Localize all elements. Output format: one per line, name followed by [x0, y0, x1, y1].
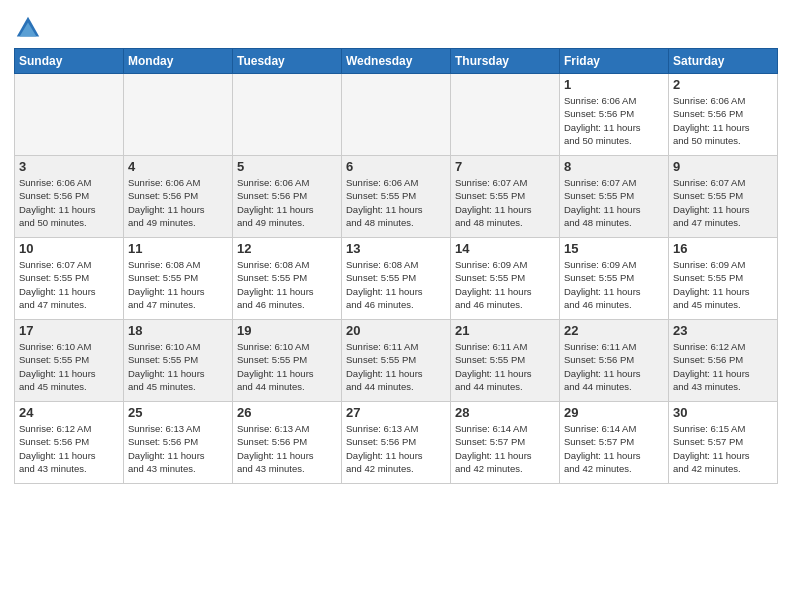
day-info: Sunrise: 6:14 AM Sunset: 5:57 PM Dayligh… [455, 422, 555, 475]
calendar-cell: 9Sunrise: 6:07 AM Sunset: 5:55 PM Daylig… [669, 156, 778, 238]
week-row-4: 17Sunrise: 6:10 AM Sunset: 5:55 PM Dayli… [15, 320, 778, 402]
calendar-cell: 20Sunrise: 6:11 AM Sunset: 5:55 PM Dayli… [342, 320, 451, 402]
weekday-header-wednesday: Wednesday [342, 49, 451, 74]
weekday-header-friday: Friday [560, 49, 669, 74]
day-number: 4 [128, 159, 228, 174]
day-info: Sunrise: 6:06 AM Sunset: 5:56 PM Dayligh… [237, 176, 337, 229]
day-number: 27 [346, 405, 446, 420]
day-number: 1 [564, 77, 664, 92]
calendar-cell [342, 74, 451, 156]
calendar-cell: 12Sunrise: 6:08 AM Sunset: 5:55 PM Dayli… [233, 238, 342, 320]
day-info: Sunrise: 6:13 AM Sunset: 5:56 PM Dayligh… [128, 422, 228, 475]
calendar-cell: 27Sunrise: 6:13 AM Sunset: 5:56 PM Dayli… [342, 402, 451, 484]
week-row-2: 3Sunrise: 6:06 AM Sunset: 5:56 PM Daylig… [15, 156, 778, 238]
day-number: 14 [455, 241, 555, 256]
day-info: Sunrise: 6:10 AM Sunset: 5:55 PM Dayligh… [237, 340, 337, 393]
logo-icon [14, 14, 42, 42]
calendar-cell: 24Sunrise: 6:12 AM Sunset: 5:56 PM Dayli… [15, 402, 124, 484]
day-number: 28 [455, 405, 555, 420]
calendar-cell: 4Sunrise: 6:06 AM Sunset: 5:56 PM Daylig… [124, 156, 233, 238]
calendar-cell: 14Sunrise: 6:09 AM Sunset: 5:55 PM Dayli… [451, 238, 560, 320]
calendar-cell: 26Sunrise: 6:13 AM Sunset: 5:56 PM Dayli… [233, 402, 342, 484]
day-number: 10 [19, 241, 119, 256]
day-number: 8 [564, 159, 664, 174]
day-number: 30 [673, 405, 773, 420]
day-number: 18 [128, 323, 228, 338]
day-number: 6 [346, 159, 446, 174]
day-info: Sunrise: 6:11 AM Sunset: 5:55 PM Dayligh… [346, 340, 446, 393]
day-info: Sunrise: 6:06 AM Sunset: 5:55 PM Dayligh… [346, 176, 446, 229]
calendar-cell: 25Sunrise: 6:13 AM Sunset: 5:56 PM Dayli… [124, 402, 233, 484]
day-info: Sunrise: 6:07 AM Sunset: 5:55 PM Dayligh… [673, 176, 773, 229]
calendar-cell: 3Sunrise: 6:06 AM Sunset: 5:56 PM Daylig… [15, 156, 124, 238]
day-info: Sunrise: 6:14 AM Sunset: 5:57 PM Dayligh… [564, 422, 664, 475]
day-info: Sunrise: 6:09 AM Sunset: 5:55 PM Dayligh… [673, 258, 773, 311]
day-number: 17 [19, 323, 119, 338]
day-number: 16 [673, 241, 773, 256]
day-info: Sunrise: 6:15 AM Sunset: 5:57 PM Dayligh… [673, 422, 773, 475]
calendar-cell: 7Sunrise: 6:07 AM Sunset: 5:55 PM Daylig… [451, 156, 560, 238]
day-number: 22 [564, 323, 664, 338]
day-info: Sunrise: 6:11 AM Sunset: 5:55 PM Dayligh… [455, 340, 555, 393]
header [14, 10, 778, 42]
week-row-3: 10Sunrise: 6:07 AM Sunset: 5:55 PM Dayli… [15, 238, 778, 320]
day-number: 19 [237, 323, 337, 338]
day-number: 3 [19, 159, 119, 174]
calendar-cell: 15Sunrise: 6:09 AM Sunset: 5:55 PM Dayli… [560, 238, 669, 320]
day-number: 25 [128, 405, 228, 420]
day-info: Sunrise: 6:11 AM Sunset: 5:56 PM Dayligh… [564, 340, 664, 393]
weekday-header-thursday: Thursday [451, 49, 560, 74]
day-info: Sunrise: 6:12 AM Sunset: 5:56 PM Dayligh… [19, 422, 119, 475]
day-number: 12 [237, 241, 337, 256]
day-info: Sunrise: 6:06 AM Sunset: 5:56 PM Dayligh… [128, 176, 228, 229]
day-info: Sunrise: 6:06 AM Sunset: 5:56 PM Dayligh… [673, 94, 773, 147]
calendar-cell: 5Sunrise: 6:06 AM Sunset: 5:56 PM Daylig… [233, 156, 342, 238]
day-info: Sunrise: 6:10 AM Sunset: 5:55 PM Dayligh… [19, 340, 119, 393]
calendar-header: SundayMondayTuesdayWednesdayThursdayFrid… [15, 49, 778, 74]
calendar-cell: 16Sunrise: 6:09 AM Sunset: 5:55 PM Dayli… [669, 238, 778, 320]
week-row-1: 1Sunrise: 6:06 AM Sunset: 5:56 PM Daylig… [15, 74, 778, 156]
calendar-cell: 1Sunrise: 6:06 AM Sunset: 5:56 PM Daylig… [560, 74, 669, 156]
day-info: Sunrise: 6:07 AM Sunset: 5:55 PM Dayligh… [19, 258, 119, 311]
day-info: Sunrise: 6:06 AM Sunset: 5:56 PM Dayligh… [564, 94, 664, 147]
calendar-body: 1Sunrise: 6:06 AM Sunset: 5:56 PM Daylig… [15, 74, 778, 484]
calendar-cell: 13Sunrise: 6:08 AM Sunset: 5:55 PM Dayli… [342, 238, 451, 320]
day-number: 9 [673, 159, 773, 174]
day-info: Sunrise: 6:08 AM Sunset: 5:55 PM Dayligh… [128, 258, 228, 311]
day-info: Sunrise: 6:13 AM Sunset: 5:56 PM Dayligh… [346, 422, 446, 475]
calendar-cell: 17Sunrise: 6:10 AM Sunset: 5:55 PM Dayli… [15, 320, 124, 402]
calendar-cell: 28Sunrise: 6:14 AM Sunset: 5:57 PM Dayli… [451, 402, 560, 484]
day-info: Sunrise: 6:08 AM Sunset: 5:55 PM Dayligh… [346, 258, 446, 311]
calendar-cell: 22Sunrise: 6:11 AM Sunset: 5:56 PM Dayli… [560, 320, 669, 402]
calendar-cell: 21Sunrise: 6:11 AM Sunset: 5:55 PM Dayli… [451, 320, 560, 402]
calendar-cell: 23Sunrise: 6:12 AM Sunset: 5:56 PM Dayli… [669, 320, 778, 402]
weekday-row: SundayMondayTuesdayWednesdayThursdayFrid… [15, 49, 778, 74]
calendar-cell: 8Sunrise: 6:07 AM Sunset: 5:55 PM Daylig… [560, 156, 669, 238]
day-info: Sunrise: 6:12 AM Sunset: 5:56 PM Dayligh… [673, 340, 773, 393]
day-number: 5 [237, 159, 337, 174]
day-number: 21 [455, 323, 555, 338]
calendar-cell: 19Sunrise: 6:10 AM Sunset: 5:55 PM Dayli… [233, 320, 342, 402]
day-info: Sunrise: 6:07 AM Sunset: 5:55 PM Dayligh… [455, 176, 555, 229]
day-number: 11 [128, 241, 228, 256]
week-row-5: 24Sunrise: 6:12 AM Sunset: 5:56 PM Dayli… [15, 402, 778, 484]
weekday-header-monday: Monday [124, 49, 233, 74]
weekday-header-saturday: Saturday [669, 49, 778, 74]
day-number: 29 [564, 405, 664, 420]
day-info: Sunrise: 6:10 AM Sunset: 5:55 PM Dayligh… [128, 340, 228, 393]
calendar-cell [124, 74, 233, 156]
weekday-header-sunday: Sunday [15, 49, 124, 74]
calendar-cell: 11Sunrise: 6:08 AM Sunset: 5:55 PM Dayli… [124, 238, 233, 320]
calendar-cell: 29Sunrise: 6:14 AM Sunset: 5:57 PM Dayli… [560, 402, 669, 484]
day-number: 20 [346, 323, 446, 338]
calendar-cell: 18Sunrise: 6:10 AM Sunset: 5:55 PM Dayli… [124, 320, 233, 402]
calendar-cell [233, 74, 342, 156]
weekday-header-tuesday: Tuesday [233, 49, 342, 74]
day-info: Sunrise: 6:08 AM Sunset: 5:55 PM Dayligh… [237, 258, 337, 311]
day-info: Sunrise: 6:07 AM Sunset: 5:55 PM Dayligh… [564, 176, 664, 229]
calendar: SundayMondayTuesdayWednesdayThursdayFrid… [14, 48, 778, 484]
day-number: 2 [673, 77, 773, 92]
calendar-cell: 30Sunrise: 6:15 AM Sunset: 5:57 PM Dayli… [669, 402, 778, 484]
logo [14, 14, 46, 42]
calendar-cell [451, 74, 560, 156]
